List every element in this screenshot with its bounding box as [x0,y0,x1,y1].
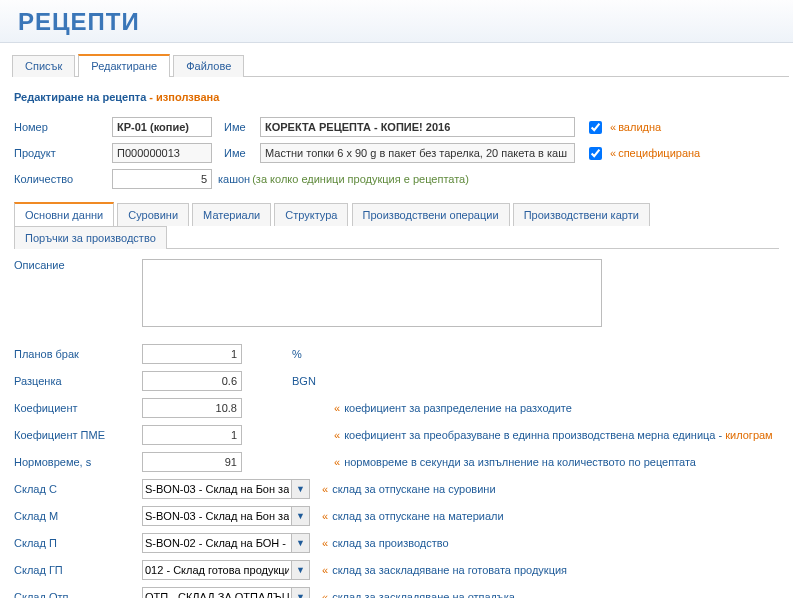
qty-unit: кашон [218,173,250,185]
label-coef-pme: Коефициент ПМЕ [14,429,142,441]
coef-pme-note: «коефициент за преобразуване в единна пр… [334,429,773,441]
stock-gp-dropdown-button[interactable]: ▼ [292,560,310,580]
stock-gp-select[interactable] [142,560,292,580]
stock-otp-dropdown-button[interactable]: ▼ [292,587,310,598]
label-rate: Разценка [14,375,142,387]
tab-orders[interactable]: Поръчки за производство [14,226,167,249]
norm-note: «нормовреме в секунди за изпълнение на к… [334,456,696,468]
specified-checkbox[interactable] [589,147,602,160]
label-stock-p: Склад П [14,537,142,549]
stock-c-dropdown-button[interactable]: ▼ [292,479,310,499]
stock-m-dropdown-button[interactable]: ▼ [292,506,310,526]
label-stock-otp: Склад Отп [14,591,142,598]
name-input[interactable] [260,117,575,137]
valid-label: валидна [618,121,661,133]
specified-label: специфицирана [618,147,700,159]
stock-m-select[interactable] [142,506,292,526]
label-plan-reject: Планов брак [14,348,142,360]
label-desc: Описание [14,259,142,271]
label-number: Номер [14,121,112,133]
stock-c-select[interactable] [142,479,292,499]
stock-m-note: «склад за отпускане на материали [322,510,504,522]
stock-c-note: «склад за отпускане на суровини [322,483,496,495]
coef-note: «коефициент за разпределение на разходит… [334,402,572,414]
coef-pme-input[interactable] [142,425,242,445]
rate-unit: BGN [292,375,334,387]
label-stock-m: Склад М [14,510,142,522]
plan-reject-unit: % [292,348,334,360]
label-product: Продукт [14,147,112,159]
valid-checkbox[interactable] [589,121,602,134]
tab-structure[interactable]: Структура [274,203,348,226]
label-qty: Количество [14,173,112,185]
stock-p-dropdown-button[interactable]: ▼ [292,533,310,553]
top-tabs: Списък Редактиране Файлове [12,53,793,76]
tab-materials[interactable]: Материали [192,203,271,226]
coef-input[interactable] [142,398,242,418]
tab-list[interactable]: Списък [12,55,75,77]
hint-prefix: « [610,121,616,133]
product-name-input[interactable] [260,143,575,163]
rate-input[interactable] [142,371,242,391]
qty-hint: (за колко единици продукция е рецептата) [252,173,469,185]
tab-raw[interactable]: Суровини [117,203,189,226]
number-input[interactable] [112,117,212,137]
tab-files[interactable]: Файлове [173,55,244,77]
hint-prefix: « [610,147,616,159]
tab-edit[interactable]: Редактиране [78,54,170,77]
stock-otp-select[interactable] [142,587,292,598]
label-product-name: Име [224,147,260,159]
label-name: Име [224,121,260,133]
inner-tabs: Основни данни Суровини Материали Структу… [14,201,779,248]
subheader: Редактиране на рецепта - използвана [14,91,779,103]
tab-ops[interactable]: Производствени операции [352,203,510,226]
label-stock-c: Склад С [14,483,142,495]
label-norm: Нормовреме, s [14,456,142,468]
page-title: РЕЦЕПТИ [0,0,793,43]
product-code-input[interactable] [112,143,212,163]
plan-reject-input[interactable] [142,344,242,364]
qty-input[interactable] [112,169,212,189]
tab-cards[interactable]: Производствени карти [513,203,650,226]
norm-input[interactable] [142,452,242,472]
tab-basic[interactable]: Основни данни [14,202,114,226]
stock-otp-note: «склад за заскладяване на отпадъка [322,591,515,598]
label-coef: Коефициент [14,402,142,414]
stock-p-select[interactable] [142,533,292,553]
desc-textarea[interactable] [142,259,602,327]
stock-p-note: «склад за производство [322,537,449,549]
label-stock-gp: Склад ГП [14,564,142,576]
stock-gp-note: «склад за заскладяване на готовата проду… [322,564,567,576]
